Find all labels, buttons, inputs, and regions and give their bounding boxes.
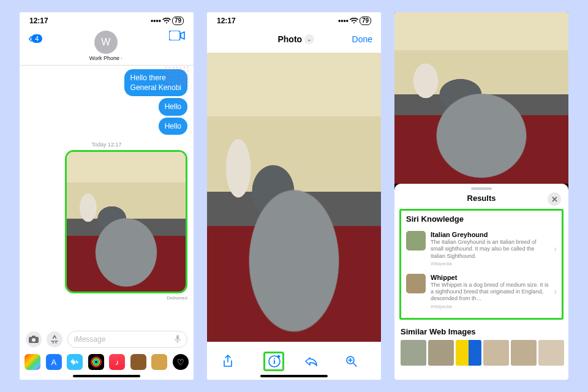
music-app-icon[interactable]: ♪ [109,354,125,370]
siri-knowledge-section: Siri Knowledge Italian Greyhound The Ita… [399,209,564,320]
result-thumb [406,231,426,251]
fitness-app-icon[interactable] [88,354,104,370]
similar-images-section: Similar Web Images [394,320,568,366]
chevron-down-icon: ⌄ [304,34,314,44]
photo-full[interactable] [207,53,381,342]
viewer-header: Photo ⌄ Done [207,29,381,49]
app-store-button[interactable] [47,331,62,347]
input-bar: iMessage [20,327,194,352]
timestamp: Today 12:17 [26,141,187,148]
message-input[interactable]: iMessage [67,331,187,348]
close-icon: ✕ [551,195,558,204]
result-title: Whippet [431,274,549,281]
wifi-icon [350,18,358,24]
confetti-effect [164,66,189,86]
result-desc: The Whippet is a dog breed of medium siz… [431,282,549,303]
facetime-button[interactable] [169,31,185,40]
battery-level: 79 [360,17,371,25]
avatar-initial: W [101,37,110,48]
status-time: 12:17 [217,17,236,25]
dog-photo [67,152,186,292]
similar-image[interactable] [428,340,454,366]
close-button[interactable]: ✕ [548,192,561,206]
status-right: •••• 79 [151,17,184,25]
camera-button[interactable] [26,331,42,347]
similar-image[interactable] [401,340,426,366]
messages-body[interactable]: Hello there General Kenobi Hello Hello T… [20,66,194,327]
svg-point-7 [94,360,98,364]
similar-section-title: Similar Web Images [401,327,562,336]
wifi-icon [162,18,171,24]
cellular-icon: •••• [338,17,349,25]
sheet-grabber[interactable] [471,187,492,190]
share-button[interactable] [222,355,243,368]
svg-rect-2 [32,336,36,337]
status-right: •••• 79 [338,17,371,25]
photo-viewer-screen: 12:17 •••• 79 Photo ⌄ Done [207,12,381,380]
chevron-right-icon: › [554,287,557,296]
status-bar: 12:17 •••• 79 [207,12,381,29]
memoji-app-icon-2[interactable] [151,354,167,370]
results-sheet[interactable]: Results ✕ Siri Knowledge Italian Greyhou… [394,184,568,380]
messages-screen: 12:17 •••• 79 ‹ 4 W Work Phone › [20,12,194,380]
battery-level: 79 [172,17,184,25]
app-dock[interactable]: A ♪ ♡ [20,352,194,375]
back-button[interactable]: ‹ 4 [28,31,42,47]
photos-app-icon[interactable] [24,354,40,370]
photo-title: Photo [277,34,302,44]
home-indicator[interactable] [260,375,328,377]
chevron-right-icon: › [554,244,557,254]
done-button[interactable]: Done [352,34,372,44]
svg-text:i: i [273,357,276,366]
placeholder: iMessage [74,335,105,344]
cellular-icon: •••• [151,17,161,25]
sheet-header: Results ✕ [394,191,568,209]
info-lookup-button[interactable]: i [263,352,284,371]
photo-title-dropdown[interactable]: Photo ⌄ [277,34,314,44]
svg-rect-0 [169,31,180,40]
digital-touch-icon[interactable]: ♡ [173,354,189,370]
messages-header: ‹ 4 W Work Phone › [20,29,194,66]
zoom-button[interactable] [345,355,366,368]
svg-rect-4 [176,335,179,340]
result-row[interactable]: Whippet The Whippet is a dog breed of me… [406,270,557,313]
result-title: Italian Greyhound [431,231,549,238]
result-row[interactable]: Italian Greyhound The Italian Greyhound … [406,227,557,270]
siri-section-title: Siri Knowledge [406,214,557,224]
status-time: 12:17 [29,17,48,25]
reply-button[interactable] [304,356,325,367]
photo-backdrop[interactable] [394,12,568,184]
similar-strip[interactable] [401,340,562,366]
contact-header[interactable]: W Work Phone › [89,31,123,61]
home-indicator[interactable] [73,375,140,377]
memoji-app-icon-1[interactable] [130,354,146,370]
photo-message[interactable] [65,150,187,293]
mic-icon[interactable] [175,335,181,344]
app-store-app-icon[interactable]: A [46,354,62,370]
message-bubble[interactable]: Hello [159,118,187,135]
result-desc: The Italian Greyhound is an Italian bree… [431,239,549,260]
similar-image[interactable] [483,340,509,366]
similar-image[interactable] [456,340,481,366]
visual-lookup-screen: Results ✕ Siri Knowledge Italian Greyhou… [394,12,568,380]
svg-point-3 [32,338,36,342]
back-badge: 4 [31,34,42,43]
similar-image[interactable] [511,340,537,366]
contact-name: Work Phone [89,55,119,61]
dog-photo [207,53,381,342]
similar-image[interactable] [538,340,564,366]
result-source: Wikipedia [431,304,549,309]
result-thumb [406,274,426,293]
audio-app-icon[interactable] [67,354,83,370]
dog-photo [394,12,568,184]
chevron-right-icon: › [121,56,123,61]
viewer-toolbar: i [207,345,381,375]
delivered-label: Delivered [167,295,187,301]
result-source: Wikipedia [431,261,549,266]
avatar: W [94,31,118,54]
status-bar: 12:17 •••• 79 [20,12,194,29]
message-bubble[interactable]: Hello [159,98,187,115]
sheet-title: Results [467,194,496,203]
